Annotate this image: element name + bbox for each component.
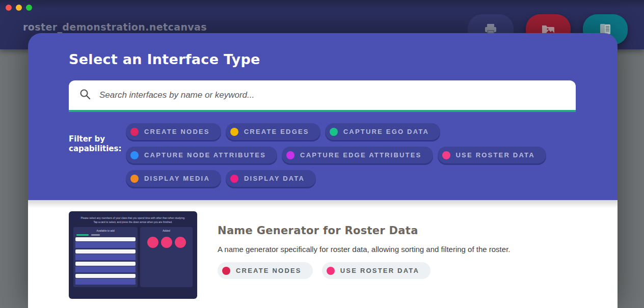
- chip-label: CREATE NODES: [144, 128, 210, 135]
- capability-dot-icon: [327, 267, 335, 275]
- search-input[interactable]: [98, 80, 576, 110]
- interface-card-info: Name Generator for Roster Data A name ge…: [218, 211, 510, 299]
- chip-label: CREATE NODES: [236, 267, 302, 274]
- interface-card-capabilities: CREATE NODES USE ROSTER DATA: [218, 262, 510, 279]
- thumbnail-panels: Available to add: [73, 227, 193, 287]
- chip-label: CAPTURE EDGE ATTRIBUTES: [300, 151, 421, 159]
- chip-label: USE ROSTER DATA: [456, 151, 535, 159]
- capability-dot-icon: [130, 151, 139, 159]
- interface-card-name-generator-roster[interactable]: Please select any members of your class …: [69, 211, 577, 299]
- filter-chip-display-media[interactable]: DISPLAY MEDIA: [126, 170, 221, 187]
- filter-chip-capture-edge-attributes[interactable]: CAPTURE EDGE ATTRIBUTES: [282, 147, 433, 163]
- capability-dot-icon: [442, 151, 450, 159]
- chip-label: DISPLAY DATA: [244, 175, 305, 182]
- interface-search: [69, 80, 576, 112]
- interface-results: Please select any members of your class …: [28, 200, 618, 308]
- capability-dot-icon: [222, 267, 230, 275]
- filter-chip-use-roster-data[interactable]: USE ROSTER DATA: [438, 147, 546, 163]
- thumbnail-roster-panel-title: Available to add: [75, 229, 136, 232]
- thumbnail-added-nodes: [142, 237, 191, 248]
- minimize-window-icon[interactable]: [16, 5, 22, 11]
- window-controls: [6, 5, 32, 11]
- chip-label: DISPLAY MEDIA: [144, 175, 210, 182]
- dialog-header: Select an Interface Type Filter by capab…: [28, 33, 618, 200]
- filter-chip-capture-node-attributes[interactable]: CAPTURE NODE ATTRIBUTES: [126, 147, 277, 163]
- thumbnail-roster-card: [75, 249, 136, 260]
- capability-dot-icon: [130, 128, 139, 136]
- dialog-title: Select an Interface Type: [69, 51, 577, 67]
- capability-dot-icon: [330, 128, 338, 136]
- thumbnail-roster-panel: Available to add: [73, 227, 138, 287]
- filter-chip-create-nodes[interactable]: CREATE NODES: [126, 123, 221, 140]
- close-window-icon[interactable]: [6, 5, 12, 11]
- thumbnail-roster-card: [75, 274, 136, 285]
- capability-dot-icon: [130, 175, 139, 183]
- thumbnail-instructions: Please select any members of your class …: [81, 216, 185, 225]
- filter-chip-create-edges[interactable]: CREATE EDGES: [226, 123, 320, 140]
- interface-type-dialog: Select an Interface Type Filter by capab…: [28, 33, 618, 308]
- capability-dot-icon: [230, 128, 238, 136]
- thumbnail-roster-card: [75, 262, 136, 272]
- chip-label: CREATE EDGES: [244, 128, 309, 135]
- capability-badge-use-roster-data: USE ROSTER DATA: [322, 262, 431, 279]
- interface-card-description: A name generator specifically for roster…: [218, 245, 510, 254]
- thumbnail-added-panel: Added: [140, 227, 193, 287]
- thumbnail-sort-controls: [76, 234, 136, 236]
- chip-label: CAPTURE NODE ATTRIBUTES: [144, 151, 266, 159]
- app-window: roster_demonstration.netcanvas: [0, 0, 644, 308]
- filter-label: Filter by capabilities:: [69, 123, 126, 187]
- zoom-window-icon[interactable]: [26, 5, 32, 11]
- search-icon: [69, 88, 98, 102]
- capability-dot-icon: [286, 151, 294, 159]
- chip-label: USE ROSTER DATA: [340, 267, 419, 274]
- filter-chip-display-data[interactable]: DISPLAY DATA: [226, 170, 316, 187]
- capability-dot-icon: [230, 175, 238, 183]
- interface-preview-thumbnail[interactable]: Please select any members of your class …: [69, 211, 197, 299]
- chip-label: CAPTURE EGO DATA: [343, 128, 429, 135]
- thumbnail-added-panel-title: Added: [142, 229, 191, 232]
- interface-card-title: Name Generator for Roster Data: [218, 225, 510, 237]
- thumbnail-roster-card: [75, 237, 136, 248]
- protocol-title: roster_demonstration.netcanvas: [23, 21, 207, 33]
- capability-badge-create-nodes: CREATE NODES: [218, 262, 313, 279]
- capability-chip-list: CREATE NODES CREATE EDGES CAPTURE EGO DA…: [126, 123, 577, 187]
- capability-filter: Filter by capabilities: CREATE NODES CRE…: [69, 123, 577, 187]
- filter-chip-capture-ego-data[interactable]: CAPTURE EGO DATA: [325, 123, 440, 140]
